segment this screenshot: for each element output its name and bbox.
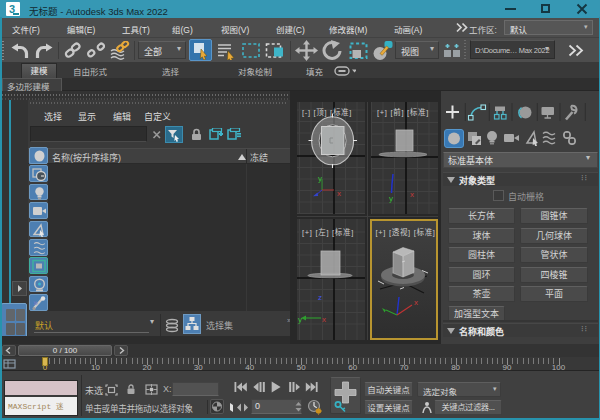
svg-text:x: x: [414, 298, 418, 307]
svg-text:y: y: [389, 194, 393, 203]
svg-text:y: y: [298, 315, 302, 324]
svg-text:y: y: [318, 174, 322, 183]
svg-text:x: x: [410, 190, 414, 199]
svg-text:z: z: [318, 293, 322, 302]
svg-text:x: x: [337, 189, 341, 198]
svg-text:x: x: [322, 315, 326, 324]
